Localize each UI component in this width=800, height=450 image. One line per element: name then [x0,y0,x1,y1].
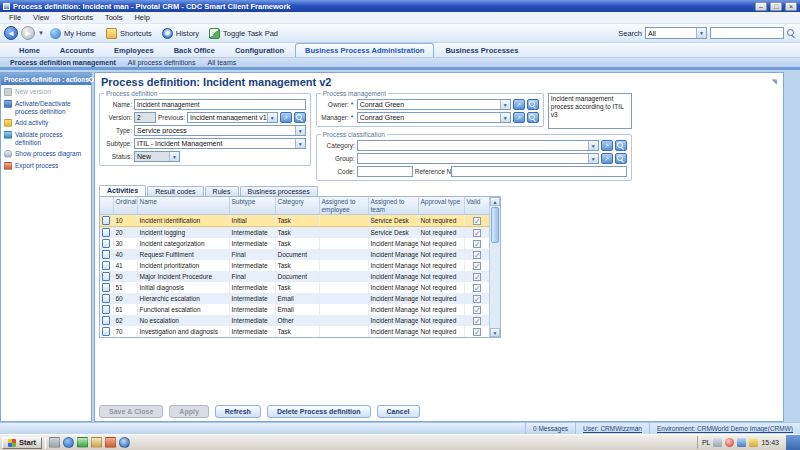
table-row[interactable]: 61 Functional escalation Intermediate Em… [100,304,490,315]
menu-item[interactable]: Help [128,13,155,22]
table-row[interactable]: 30 Incident categorization Intermediate … [100,238,490,249]
menu-item[interactable]: File [3,13,27,22]
scrollbar-thumb[interactable] [491,207,499,243]
type-select[interactable]: Service process ▼ [134,125,306,136]
tray-icon[interactable] [737,438,746,447]
sidebar-action-item[interactable]: Export process [4,162,89,170]
sidebar-action-item[interactable]: Activate/Deactivate process definition [4,100,89,115]
table-row[interactable]: 10 Incident identification Initial Task … [100,215,490,227]
code-field[interactable] [357,166,413,177]
messages-status[interactable]: 0 Messages [525,423,575,434]
detail-tab[interactable]: Result codes [147,186,203,196]
toolbar-button[interactable]: My Home [47,27,99,40]
menu-item[interactable]: Shortcuts [55,13,99,22]
lookup-icon[interactable] [615,140,627,151]
sub-tab[interactable]: All teams [204,59,241,66]
open-record-icon[interactable]: ↗ [601,153,613,164]
open-record-icon[interactable]: ↗ [513,99,525,110]
action-button[interactable]: Delete Process definition [267,405,371,418]
grid-header[interactable]: Ordinal [113,197,137,215]
grid-header[interactable]: Name [137,197,229,215]
subtype-select[interactable]: ITIL - Incident Management ▼ [134,138,306,149]
main-tab[interactable]: Accounts [51,44,103,57]
reference-number-field[interactable] [451,166,627,177]
tray-icon[interactable] [725,438,734,447]
grid-header[interactable]: Assigned to employee [319,197,368,215]
grid-header[interactable]: Category [275,197,319,215]
grid-scrollbar[interactable]: ▲ ▼ [489,197,500,337]
lookup-icon[interactable] [615,153,627,164]
table-row[interactable]: 50 Major Incident Procedure Final Docume… [100,271,490,282]
show-desktop-icon[interactable] [786,435,800,450]
grid-header[interactable]: Valid [464,197,490,215]
quick-launch-icon[interactable] [91,437,102,448]
table-row[interactable]: 70 Investigation and diagnosis Intermedi… [100,326,490,337]
detail-tab[interactable]: Rules [205,186,239,196]
lookup-icon[interactable] [294,112,306,123]
search-scope-select[interactable]: All ▼ [645,27,707,39]
name-field[interactable]: Incident management [134,99,306,110]
environment-status[interactable]: Environment: CRMWorld Demo Image(CRMW) [649,423,800,434]
sidebar-action-item[interactable]: New version [4,88,89,96]
category-select[interactable]: ▼ [357,140,599,151]
open-record-icon[interactable]: ↗ [513,112,525,123]
grid-header[interactable]: Assigned to team [368,197,418,215]
quick-launch-icon[interactable] [49,437,60,448]
table-row[interactable]: 40 Request Fulfilment Final Document Inc… [100,249,490,260]
quick-launch-icon[interactable] [105,437,116,448]
sidebar-action-item[interactable]: Add activity [4,119,89,127]
table-row[interactable]: 60 Hierarchic escalation Intermediate Em… [100,293,490,304]
quick-launch-icon[interactable] [119,437,130,448]
sub-tab[interactable]: All process definitions [124,59,200,66]
menu-item[interactable]: Tools [99,13,129,22]
sidebar-action-item[interactable]: Show process diagram [4,150,89,158]
language-indicator[interactable]: PL [702,439,711,446]
table-row[interactable]: 51 Initial diagnosis Intermediate Task I… [100,282,490,293]
forward-icon[interactable]: ► [21,26,35,40]
main-tab[interactable]: Business Process Administration [295,43,434,57]
action-button[interactable]: Save & Close [99,405,163,418]
grid-header[interactable]: Approval type [418,197,464,215]
owner-select[interactable]: Conrad Green ▼ [357,99,511,110]
main-tab[interactable]: Configuration [226,44,293,57]
main-tab[interactable]: Employees [105,44,163,57]
toolbar-button[interactable]: Shortcuts [103,27,155,40]
start-button[interactable]: Start [2,437,42,449]
table-row[interactable]: 41 Incident prioritization Intermediate … [100,260,490,271]
main-tab[interactable]: Home [10,44,49,57]
previous-version-select[interactable]: Incident management v1 ▼ [187,112,278,123]
lookup-icon[interactable] [527,99,539,110]
table-row[interactable]: 20 Incident logging Intermediate Task Se… [100,227,490,239]
status-select[interactable]: New ▼ [134,151,180,162]
minimize-icon[interactable]: – [755,2,767,11]
manager-select[interactable]: Conrad Green ▼ [357,112,511,123]
tray-icon[interactable] [749,438,758,447]
lookup-icon[interactable] [527,112,539,123]
collapse-panel-icon[interactable]: ◥ [772,78,777,86]
quick-launch-icon[interactable] [77,437,88,448]
grid-header[interactable]: Subtype [229,197,275,215]
action-button[interactable]: Refresh [215,405,261,418]
detail-tab[interactable]: Activities [99,185,146,196]
search-input[interactable] [710,27,784,39]
quick-launch-icon[interactable] [63,437,74,448]
search-icon[interactable] [787,29,796,38]
scroll-down-icon[interactable]: ▼ [490,328,500,337]
user-status[interactable]: User: CRMWizzman [575,423,649,434]
group-select[interactable]: ▼ [357,153,599,164]
toolbar-button[interactable]: History [159,27,202,40]
main-tab[interactable]: Business Processes [436,44,527,57]
tray-icon[interactable] [713,438,722,447]
detail-tab[interactable]: Business processes [240,186,318,196]
scroll-up-icon[interactable]: ▲ [490,197,500,206]
open-record-icon[interactable]: ↗ [601,140,613,151]
action-button[interactable]: Apply [169,405,208,418]
maximize-icon[interactable]: □ [770,2,782,11]
main-tab[interactable]: Back Office [165,44,224,57]
close-icon[interactable]: × [785,2,797,11]
sub-tab[interactable]: Process definition management [6,59,120,66]
action-button[interactable]: Cancel [377,405,420,418]
toolbar-button[interactable]: Toggle Task Pad [206,27,281,40]
sidebar-action-item[interactable]: Validate process definition [4,131,89,146]
menu-item[interactable]: View [27,13,55,22]
